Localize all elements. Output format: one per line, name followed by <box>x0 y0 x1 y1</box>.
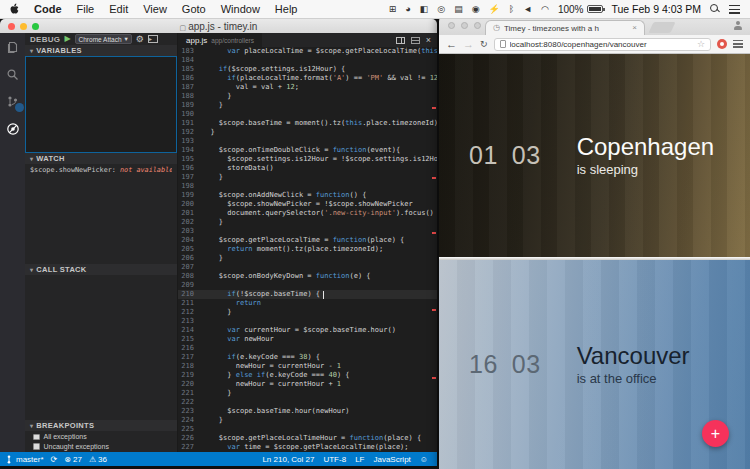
zoom-window-button[interactable] <box>474 22 481 29</box>
code-line[interactable]: 192 } <box>178 128 437 137</box>
cursor-position[interactable]: Ln 210, Col 27 <box>262 455 314 464</box>
breakpoints-section-header[interactable]: ▾ BREAKPOINTS <box>25 420 177 431</box>
bluetooth-icon[interactable]: ᛒ <box>509 4 514 14</box>
bookmark-star-icon[interactable]: ☆ <box>697 40 705 49</box>
code-line[interactable]: 187 val = val + 12; <box>178 83 437 92</box>
code-line[interactable]: 204 $scope.getPlaceLocalTime = function(… <box>178 236 437 245</box>
start-debug-button[interactable]: ▶ <box>64 35 70 43</box>
code-line[interactable]: 219 } else if(e.keyCode === 40) { <box>178 371 437 380</box>
split-editor-icon[interactable] <box>396 37 405 44</box>
warnings-indicator[interactable]: ⚠ 36 <box>89 455 107 464</box>
debug-settings-gear-icon[interactable]: ⚙ <box>136 35 144 44</box>
close-editor-icon[interactable]: × <box>426 36 431 45</box>
reload-button[interactable]: ↻ <box>480 40 488 49</box>
editor-tab-appjs[interactable]: app.js app/controllers <box>178 33 262 47</box>
minimize-window-button[interactable] <box>461 22 468 29</box>
callstack-panel[interactable] <box>25 275 177 420</box>
breakpoint-checkbox[interactable] <box>33 443 40 450</box>
vscode-titlebar[interactable]: app.js - timey.in <box>0 19 437 33</box>
url-text[interactable]: localhost:8080/copenhagen/vancouver <box>510 40 693 49</box>
code-line[interactable]: 205 return moment().tz(place.timezoneId)… <box>178 245 437 254</box>
code-line[interactable]: 199 $scope.onAddNewClick = function() { <box>178 191 437 200</box>
city-panel-copenhagen[interactable]: 0103Copenhagenis sleeping <box>439 54 750 257</box>
apple-menu-icon[interactable] <box>10 3 20 15</box>
watch-section-header[interactable]: ▾ WATCH <box>25 153 177 164</box>
source-control-icon[interactable] <box>4 93 21 110</box>
disc-icon[interactable]: ◉ <box>472 4 480 14</box>
browser-menu-icon[interactable] <box>733 40 743 48</box>
menu-view[interactable]: View <box>143 3 167 15</box>
code-line[interactable]: 183 var placeLocalTime = $scope.getPlace… <box>178 47 437 56</box>
code-line[interactable]: 211 return <box>178 299 437 308</box>
code-line[interactable]: 220 newHour = currentHour + 1 <box>178 380 437 389</box>
code-line[interactable]: 202 } <box>178 218 437 227</box>
code-line[interactable]: 209 <box>178 281 437 290</box>
volume-icon[interactable]: ◄ <box>523 4 532 14</box>
code-line[interactable]: 226 $scope.getPlaceLocalTimeHour = funct… <box>178 434 437 443</box>
language-mode[interactable]: JavaScript <box>373 455 410 464</box>
explorer-icon[interactable] <box>4 39 21 56</box>
new-tab-button[interactable] <box>648 22 675 33</box>
menu-code[interactable]: Code <box>34 3 62 15</box>
browser-tab[interactable]: ◷ Timey - timezones with a h × <box>485 20 645 35</box>
debug-icon[interactable] <box>4 120 21 137</box>
errors-indicator[interactable]: ⊗ 27 <box>64 455 82 464</box>
eol-indicator[interactable]: LF <box>355 455 364 464</box>
code-line[interactable]: 225 <box>178 425 437 434</box>
code-line[interactable]: 213 <box>178 317 437 326</box>
callstack-section-header[interactable]: ▾ CALL STACK <box>25 264 177 275</box>
display-icon[interactable]: ⊞ <box>389 4 397 14</box>
watch-expression-row[interactable]: $scope.showNewPicker: not available <box>30 166 172 174</box>
code-line[interactable]: 190 <box>178 110 437 119</box>
variables-section-header[interactable]: ▾ VARIABLES <box>25 45 177 56</box>
code-line[interactable]: 214 var currentHour = $scope.baseTime.ho… <box>178 326 437 335</box>
code-line[interactable]: 216 <box>178 344 437 353</box>
power-icon[interactable]: ⚡ <box>489 4 500 14</box>
code-line[interactable]: 224 } <box>178 416 437 425</box>
code-line[interactable]: 198 <box>178 182 437 191</box>
extension-icon[interactable] <box>717 39 727 49</box>
menu-window[interactable]: Window <box>221 3 260 15</box>
code-line[interactable]: 217 if(e.keyCode === 38) { <box>178 353 437 362</box>
spotlight-icon[interactable] <box>710 4 720 14</box>
code-line[interactable]: 215 var newHour <box>178 335 437 344</box>
debug-console-icon[interactable] <box>148 35 158 43</box>
code-line[interactable]: 212 } <box>178 308 437 317</box>
code-line[interactable]: 188 } <box>178 92 437 101</box>
code-line[interactable]: 218 newHour = currentHour - 1 <box>178 362 437 371</box>
feedback-smiley-icon[interactable]: ☺ <box>420 455 428 464</box>
code-line[interactable]: 185 if($scope.settings.is12Hour) { <box>178 65 437 74</box>
search-icon[interactable] <box>4 66 21 83</box>
editor-preview-icon[interactable] <box>411 37 420 44</box>
git-branch-indicator[interactable]: master* <box>7 455 44 464</box>
encoding-indicator[interactable]: UTF-8 <box>323 455 346 464</box>
city-time[interactable]: 1603 <box>469 350 541 379</box>
code-line[interactable]: 221 } <box>178 389 437 398</box>
profile-avatar-icon[interactable] <box>732 20 743 31</box>
code-line[interactable]: 200 $scope.showNewPicker = !$scope.showN… <box>178 200 437 209</box>
code-line[interactable]: 186 if(placeLocalTime.format('A') == 'PM… <box>178 74 437 83</box>
add-city-fab[interactable]: + <box>702 420 729 447</box>
forward-button[interactable]: → <box>463 39 474 50</box>
code-line[interactable]: 206 } <box>178 254 437 263</box>
variables-panel[interactable] <box>25 56 177 153</box>
menu-edit[interactable]: Edit <box>109 3 128 15</box>
menu-file[interactable]: File <box>77 3 95 15</box>
menu-help[interactable]: Help <box>275 3 298 15</box>
debug-config-select[interactable]: Chrome Attach ▾ <box>75 34 132 44</box>
watch-panel[interactable]: $scope.showNewPicker: not available <box>25 164 177 264</box>
breakpoint-row[interactable]: All exceptions <box>25 432 177 442</box>
sync-check-icon[interactable]: ◎ <box>437 4 445 14</box>
back-button[interactable]: ← <box>446 39 457 50</box>
breakpoint-row[interactable]: Uncaught exceptions <box>25 442 177 452</box>
app-icon-2[interactable]: ◧ <box>420 4 429 14</box>
code-line[interactable]: 203 <box>178 227 437 236</box>
code-line[interactable]: 189 } <box>178 101 437 110</box>
code-line[interactable]: 194 $scope.onTimeDoubleClick = function(… <box>178 146 437 155</box>
code-line[interactable]: 197 } <box>178 173 437 182</box>
code-line[interactable]: 196 storeData() <box>178 164 437 173</box>
city-time[interactable]: 0103 <box>469 141 541 170</box>
wifi-icon[interactable]: ◠ <box>541 4 549 14</box>
code-line[interactable]: 193 <box>178 137 437 146</box>
code-line[interactable]: 207 <box>178 263 437 272</box>
